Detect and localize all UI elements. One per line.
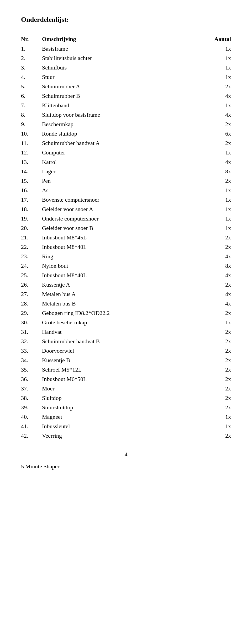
row-quantity: 1x xyxy=(173,72,231,82)
row-description: Schuimrubber A xyxy=(42,82,173,91)
row-description: Inbusbout M8*45L xyxy=(42,233,173,242)
table-row: 18.Geleider voor snoer A1x xyxy=(21,205,231,214)
row-quantity: 1x xyxy=(173,148,231,157)
table-row: 42.Veerring2x xyxy=(21,431,231,441)
row-description: Stuursluitdop xyxy=(42,403,173,412)
row-description: Metalen bus A xyxy=(42,289,173,299)
row-nr: 37. xyxy=(21,384,42,393)
row-description: Ring xyxy=(42,252,173,261)
row-quantity: 2x xyxy=(173,280,231,289)
table-row: 30.Grote beschermkap1x xyxy=(21,318,231,327)
row-description: Basisframe xyxy=(42,44,173,53)
row-quantity: 2x xyxy=(173,346,231,356)
row-nr: 24. xyxy=(21,261,42,271)
table-row: 13.Katrol4x xyxy=(21,157,231,167)
header-nr: Nr. xyxy=(21,34,42,44)
row-description: Gebogen ring ID8.2*OD22.2 xyxy=(42,308,173,318)
header-quantity: Aantal xyxy=(173,34,231,44)
row-quantity: 8x xyxy=(173,167,231,176)
row-quantity: 1x xyxy=(173,422,231,431)
row-quantity: 1x xyxy=(173,214,231,223)
row-quantity: 1x xyxy=(173,186,231,195)
row-nr: 16. xyxy=(21,186,42,195)
row-nr: 25. xyxy=(21,271,42,280)
row-nr: 27. xyxy=(21,289,42,299)
row-quantity: 2x xyxy=(173,393,231,403)
table-row: 41.Inbussleutel1x xyxy=(21,422,231,431)
row-quantity: 1x xyxy=(173,412,231,422)
row-description: Schuimrubber handvat A xyxy=(42,138,173,148)
row-nr: 32. xyxy=(21,337,42,346)
table-row: 32.Schuimrubber handvat B2x xyxy=(21,337,231,346)
row-description: Handvat xyxy=(42,327,173,337)
row-nr: 30. xyxy=(21,318,42,327)
row-quantity: 2x xyxy=(173,327,231,337)
row-quantity: 8x xyxy=(173,261,231,271)
table-row: 40.Magneet1x xyxy=(21,412,231,422)
row-nr: 23. xyxy=(21,252,42,261)
row-nr: 1. xyxy=(21,44,42,53)
row-nr: 15. xyxy=(21,176,42,186)
table-row: 9.Beschermkap2x xyxy=(21,120,231,129)
row-quantity: 1x xyxy=(173,318,231,327)
row-quantity: 2x xyxy=(173,356,231,365)
row-description: Inbussleutel xyxy=(42,422,173,431)
row-nr: 7. xyxy=(21,101,42,110)
row-description: Katrol xyxy=(42,157,173,167)
row-description: Geleider voor snoer A xyxy=(42,205,173,214)
row-nr: 40. xyxy=(21,412,42,422)
row-nr: 17. xyxy=(21,195,42,205)
table-row: 39.Stuursluitdop2x xyxy=(21,403,231,412)
row-quantity: 2x xyxy=(173,138,231,148)
row-description: Schuimrubber B xyxy=(42,91,173,101)
table-row: 3.Schuifbuis1x xyxy=(21,63,231,72)
row-quantity: 1x xyxy=(173,195,231,205)
row-nr: 36. xyxy=(21,374,42,384)
row-description: Inbusbout M8*40L xyxy=(42,271,173,280)
header-description: Omschrijving xyxy=(42,34,173,44)
row-quantity: 4x xyxy=(173,91,231,101)
row-nr: 10. xyxy=(21,129,42,138)
footer-brand-row: 5 Minute Shaper xyxy=(21,463,231,470)
table-row: 21.Inbusbout M8*45L2x xyxy=(21,233,231,242)
row-description: Schroef M5*12L xyxy=(42,365,173,374)
row-quantity: 1x xyxy=(173,205,231,214)
row-description: Stabiliteitsbuis achter xyxy=(42,53,173,63)
brand-name: 5 Minute Shaper xyxy=(21,463,60,470)
row-nr: 42. xyxy=(21,431,42,441)
row-nr: 22. xyxy=(21,242,42,252)
row-nr: 35. xyxy=(21,365,42,374)
row-description: Grote beschermkap xyxy=(42,318,173,327)
row-description: Kussentje B xyxy=(42,356,173,365)
row-nr: 34. xyxy=(21,356,42,365)
table-row: 17.Bovenste computersnoer1x xyxy=(21,195,231,205)
table-row: 33.Doorvoerwiel2x xyxy=(21,346,231,356)
table-row: 37.Moer2x xyxy=(21,384,231,393)
row-description: Geleider voor snoer B xyxy=(42,223,173,233)
row-quantity: 4x xyxy=(173,110,231,120)
table-row: 31.Handvat2x xyxy=(21,327,231,337)
row-quantity: 2x xyxy=(173,233,231,242)
table-row: 14.Lager8x xyxy=(21,167,231,176)
row-quantity: 2x xyxy=(173,374,231,384)
row-quantity: 2x xyxy=(173,365,231,374)
footer-page-number-row: 4 xyxy=(21,451,231,460)
row-description: Kussentje A xyxy=(42,280,173,289)
table-row: 26.Kussentje A2x xyxy=(21,280,231,289)
row-quantity: 2x xyxy=(173,403,231,412)
row-description: Lager xyxy=(42,167,173,176)
row-description: Nylon bout xyxy=(42,261,173,271)
row-description: Magneet xyxy=(42,412,173,422)
row-quantity: 6x xyxy=(173,129,231,138)
row-description: Onderste computersnoer xyxy=(42,214,173,223)
table-row: 12.Computer1x xyxy=(21,148,231,157)
row-description: Klittenband xyxy=(42,101,173,110)
page-title: Onderdelenlijst: xyxy=(21,16,231,24)
row-quantity: 4x xyxy=(173,299,231,308)
row-quantity: 4x xyxy=(173,271,231,280)
row-description: Bovenste computersnoer xyxy=(42,195,173,205)
page-number: 4 xyxy=(125,451,128,458)
row-description: Pen xyxy=(42,176,173,186)
table-row: 16.As1x xyxy=(21,186,231,195)
row-quantity: 2x xyxy=(173,82,231,91)
